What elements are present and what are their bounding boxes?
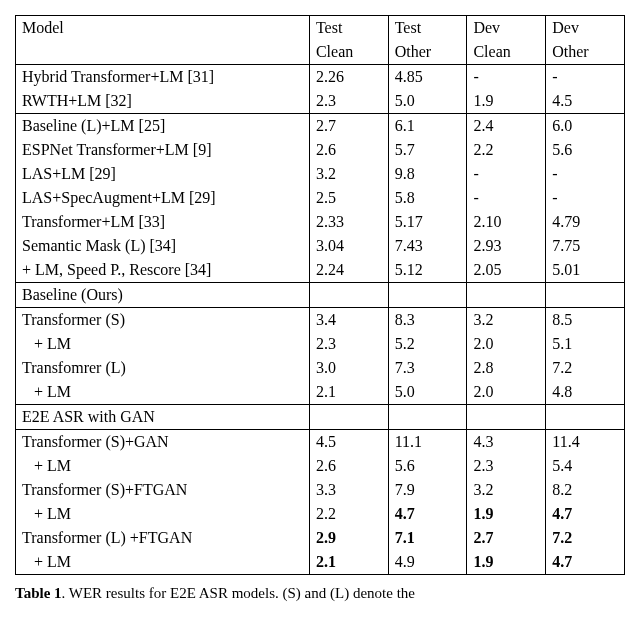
val-cell: 2.1: [309, 380, 388, 405]
val-cell: 3.4: [309, 308, 388, 333]
model-cell: ESPNet Transformer+LM [9]: [16, 138, 310, 162]
section-header-row: E2E ASR with GAN: [16, 405, 625, 430]
col-dev-other-2: Other: [546, 40, 625, 65]
table-row: Hybrid Transformer+LM [31] 2.26 4.85 - -: [16, 65, 625, 90]
val-cell: 2.5: [309, 186, 388, 210]
caption-label: Table 1: [15, 585, 62, 601]
val-cell: 4.8: [546, 380, 625, 405]
val-cell: -: [546, 186, 625, 210]
table-row: + LM 2.1 4.9 1.9 4.7: [16, 550, 625, 575]
val-cell: 2.6: [309, 138, 388, 162]
val-cell: 2.93: [467, 234, 546, 258]
table-row: + LM 2.2 4.7 1.9 4.7: [16, 502, 625, 526]
val-cell: 5.7: [388, 138, 467, 162]
table-caption: Table 1. WER results for E2E ASR models.…: [15, 585, 625, 602]
model-cell: LAS+LM [29]: [16, 162, 310, 186]
col-dev-clean-2: Clean: [467, 40, 546, 65]
col-test-other-2: Other: [388, 40, 467, 65]
val-cell: -: [467, 186, 546, 210]
header-row-1: Model Test Test Dev Dev: [16, 16, 625, 41]
table-row: + LM 2.1 5.0 2.0 4.8: [16, 380, 625, 405]
val-cell: 2.1: [309, 550, 388, 575]
val-cell: 8.5: [546, 308, 625, 333]
table-row: Transformer (L) +FTGAN 2.9 7.1 2.7 7.2: [16, 526, 625, 550]
model-cell: + LM: [16, 332, 310, 356]
val-cell: 5.1: [546, 332, 625, 356]
val-cell: 5.0: [388, 89, 467, 114]
model-cell: Transfomrer (L): [16, 356, 310, 380]
val-cell: 5.0: [388, 380, 467, 405]
val-cell: 8.3: [388, 308, 467, 333]
results-table: Model Test Test Dev Dev Clean Other Clea…: [15, 15, 625, 575]
model-cell: Transformer (S)+GAN: [16, 430, 310, 455]
col-test-clean-2: Clean: [309, 40, 388, 65]
val-cell: 4.7: [546, 550, 625, 575]
val-cell: -: [546, 162, 625, 186]
val-cell: 5.6: [546, 138, 625, 162]
val-cell: 7.2: [546, 356, 625, 380]
val-cell: 3.2: [467, 308, 546, 333]
val-cell: 7.3: [388, 356, 467, 380]
section-header: E2E ASR with GAN: [16, 405, 310, 430]
val-cell: -: [546, 65, 625, 90]
val-cell: 2.26: [309, 65, 388, 90]
model-cell: + LM: [16, 502, 310, 526]
model-cell: + LM: [16, 454, 310, 478]
val-cell: 4.9: [388, 550, 467, 575]
table-row: Transformer (S) 3.4 8.3 3.2 8.5: [16, 308, 625, 333]
section-header-row: Baseline (Ours): [16, 283, 625, 308]
val-cell: 4.85: [388, 65, 467, 90]
col-test-other-1: Test: [388, 16, 467, 41]
model-cell: RWTH+LM [32]: [16, 89, 310, 114]
val-cell: 6.0: [546, 114, 625, 139]
val-cell: 7.1: [388, 526, 467, 550]
val-cell: 5.17: [388, 210, 467, 234]
table-row: Transformer+LM [33] 2.33 5.17 2.10 4.79: [16, 210, 625, 234]
val-cell: 4.7: [388, 502, 467, 526]
val-cell: 7.2: [546, 526, 625, 550]
val-cell: 2.2: [309, 502, 388, 526]
val-cell: 6.1: [388, 114, 467, 139]
table-row: + LM 2.6 5.6 2.3 5.4: [16, 454, 625, 478]
val-cell: 4.5: [309, 430, 388, 455]
val-cell: 2.7: [467, 526, 546, 550]
model-cell: LAS+SpecAugment+LM [29]: [16, 186, 310, 210]
val-cell: 2.9: [309, 526, 388, 550]
model-cell: Transformer+LM [33]: [16, 210, 310, 234]
model-cell: Semantic Mask (L) [34]: [16, 234, 310, 258]
val-cell: 8.2: [546, 478, 625, 502]
val-cell: 11.1: [388, 430, 467, 455]
val-cell: 2.3: [467, 454, 546, 478]
model-cell: Transformer (S): [16, 308, 310, 333]
val-cell: 2.10: [467, 210, 546, 234]
table-row: Semantic Mask (L) [34] 3.04 7.43 2.93 7.…: [16, 234, 625, 258]
val-cell: -: [467, 162, 546, 186]
val-cell: 2.0: [467, 380, 546, 405]
val-cell: 7.75: [546, 234, 625, 258]
val-cell: 11.4: [546, 430, 625, 455]
val-cell: 1.9: [467, 550, 546, 575]
val-cell: 5.8: [388, 186, 467, 210]
val-cell: 1.9: [467, 502, 546, 526]
val-cell: 2.0: [467, 332, 546, 356]
val-cell: 5.6: [388, 454, 467, 478]
col-test-clean-1: Test: [309, 16, 388, 41]
section-header: Baseline (Ours): [16, 283, 310, 308]
col-dev-clean-1: Dev: [467, 16, 546, 41]
table-row: ESPNet Transformer+LM [9] 2.6 5.7 2.2 5.…: [16, 138, 625, 162]
val-cell: 7.9: [388, 478, 467, 502]
val-cell: 3.04: [309, 234, 388, 258]
val-cell: 3.3: [309, 478, 388, 502]
model-cell: Baseline (L)+LM [25]: [16, 114, 310, 139]
val-cell: -: [467, 65, 546, 90]
val-cell: 2.8: [467, 356, 546, 380]
header-row-2: Clean Other Clean Other: [16, 40, 625, 65]
col-model: Model: [16, 16, 310, 41]
val-cell: 4.5: [546, 89, 625, 114]
table-row: + LM 2.3 5.2 2.0 5.1: [16, 332, 625, 356]
table-row: Baseline (L)+LM [25] 2.7 6.1 2.4 6.0: [16, 114, 625, 139]
val-cell: 3.0: [309, 356, 388, 380]
table-row: RWTH+LM [32] 2.3 5.0 1.9 4.5: [16, 89, 625, 114]
val-cell: 4.79: [546, 210, 625, 234]
val-cell: 7.43: [388, 234, 467, 258]
